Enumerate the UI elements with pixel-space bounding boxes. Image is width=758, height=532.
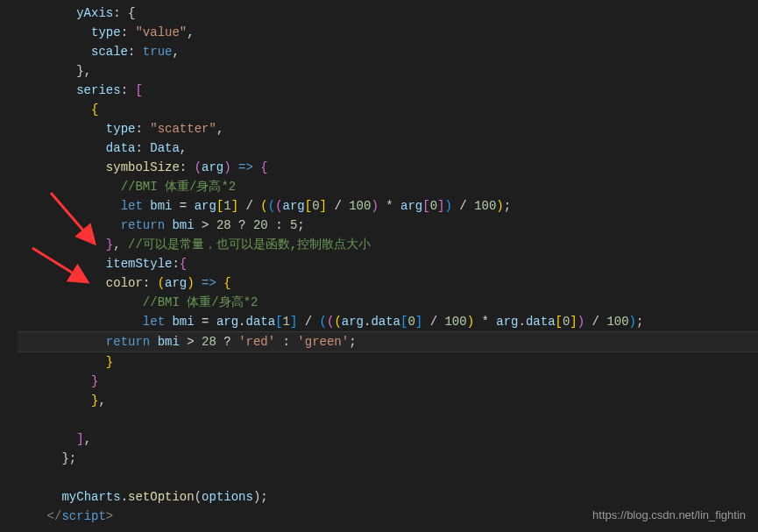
code-line: series: [: [18, 81, 758, 100]
code-line: itemStyle:{: [18, 254, 758, 273]
code-line: [18, 410, 758, 429]
watermark: https://blog.csdn.net/lin_fightin: [592, 506, 746, 525]
code-line: }: [18, 372, 758, 391]
code-line: yAxis: {: [18, 4, 758, 23]
code-line: return bmi > 28 ? 20 : 5;: [18, 216, 758, 235]
code-line: let bmi = arg[1] / (((arg[0] / 100) * ar…: [18, 196, 758, 216]
code-line: }: [18, 352, 758, 372]
code-line: }, //可以是常量，也可以是函数,控制散点大小: [18, 235, 758, 254]
code-line-active: return bmi > 28 ? 'red' : 'green';: [18, 331, 758, 352]
code-line: //BMI 体重/身高*2: [18, 293, 758, 312]
code-line: let bmi = arg.data[1] / (((arg.data[0] /…: [18, 312, 758, 331]
code-line: data: Data,: [18, 138, 758, 158]
code-line: [18, 468, 758, 487]
code-line: ],: [18, 429, 758, 449]
code-line: };: [18, 449, 758, 468]
code-line: scale: true,: [18, 42, 758, 61]
code-editor[interactable]: yAxis: { type: "value", scale: true, }, …: [0, 0, 758, 526]
code-line: type: "scatter",: [18, 119, 758, 138]
code-line: },: [18, 61, 758, 81]
code-line: symbolSize: (arg) => {: [18, 158, 758, 177]
code-line: myCharts.setOption(options);: [18, 487, 758, 507]
code-line: },: [18, 391, 758, 410]
code-line: color: (arg) => {: [18, 273, 758, 293]
code-line: type: "value",: [18, 23, 758, 42]
code-line: //BMI 体重/身高*2: [18, 177, 758, 196]
code-line: {: [18, 100, 758, 119]
